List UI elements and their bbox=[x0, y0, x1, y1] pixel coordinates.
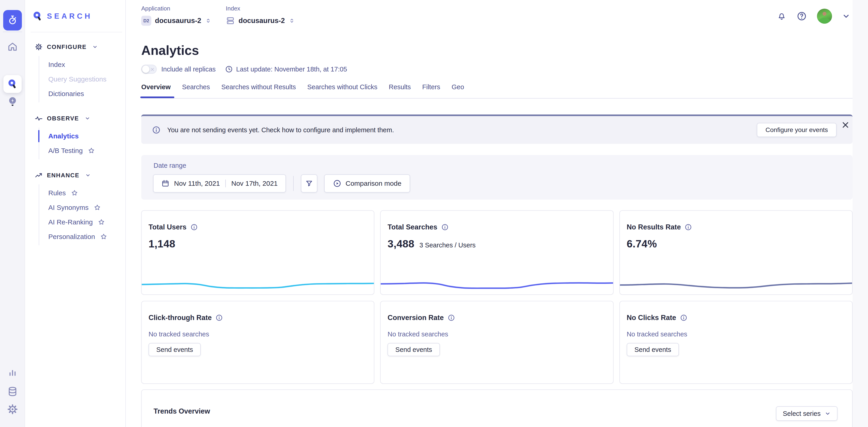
sidebar-item-label: A/B Testing bbox=[48, 147, 83, 155]
chevron-down-icon bbox=[85, 172, 91, 178]
star-icon[interactable] bbox=[98, 219, 105, 226]
page-title: Analytics bbox=[141, 43, 199, 58]
send-events-button[interactable]: Send events bbox=[627, 343, 679, 356]
tab-overview[interactable]: Overview bbox=[141, 83, 170, 98]
configure-events-button[interactable]: Configure your events bbox=[757, 123, 837, 137]
info-icon[interactable] bbox=[190, 223, 198, 231]
trends-title: Trends Overview bbox=[154, 407, 210, 416]
info-icon[interactable] bbox=[215, 314, 223, 322]
date-divider bbox=[225, 179, 226, 187]
search-product-icon[interactable] bbox=[3, 75, 22, 93]
sidebar-item-label: Personalization bbox=[48, 233, 95, 240]
date-range-panel: Date range Nov 11th, 2021 Nov 17th, 2021 bbox=[141, 155, 852, 200]
star-icon[interactable] bbox=[88, 147, 95, 154]
conversion-rate-card: Conversion Rate No tracked searches Send… bbox=[380, 301, 613, 384]
tab-searches-without-results[interactable]: Searches without Results bbox=[221, 83, 296, 98]
sidebar-item-analytics[interactable]: Analytics bbox=[39, 129, 125, 143]
star-icon[interactable] bbox=[100, 233, 107, 240]
sidebar-item-ai-synonyms[interactable]: AI Synonyms bbox=[39, 200, 125, 215]
select-series-label: Select series bbox=[783, 410, 820, 418]
card-subvalue: 3 Searches / Users bbox=[420, 241, 476, 249]
include-replicas-toggle[interactable] bbox=[141, 65, 157, 74]
date-range-button[interactable]: Nov 11th, 2021 Nov 17th, 2021 bbox=[153, 174, 286, 193]
tab-searches[interactable]: Searches bbox=[182, 83, 210, 98]
home-icon[interactable] bbox=[0, 41, 25, 53]
select-series-button[interactable]: Select series bbox=[776, 406, 837, 421]
comparison-mode-button[interactable]: Comparison mode bbox=[324, 174, 410, 193]
info-icon[interactable] bbox=[447, 314, 455, 322]
metrics-row: Click-through Rate No tracked searches S… bbox=[141, 301, 852, 384]
sidebar-item-label: Query Suggestions bbox=[48, 75, 106, 83]
info-icon bbox=[152, 125, 161, 134]
index-select[interactable]: docusaurus-2 bbox=[226, 15, 295, 27]
star-icon[interactable] bbox=[71, 189, 78, 197]
application-badge: D2 bbox=[141, 16, 151, 26]
trend-up-icon bbox=[35, 171, 43, 179]
info-icon[interactable] bbox=[441, 223, 449, 231]
no-tracked-searches-note: No tracked searches bbox=[142, 322, 374, 338]
tabs-divider bbox=[141, 98, 852, 99]
send-events-button[interactable]: Send events bbox=[388, 343, 440, 356]
sidebar-item-query-suggestions[interactable]: Query Suggestions bbox=[39, 72, 125, 87]
info-icon[interactable] bbox=[684, 223, 692, 231]
recommend-bulb-icon[interactable] bbox=[0, 96, 25, 107]
rail-divider bbox=[3, 32, 22, 32]
card-title: Total Searches bbox=[388, 223, 437, 231]
tab-searches-without-clicks[interactable]: Searches without Clicks bbox=[307, 83, 377, 98]
tab-geo[interactable]: Geo bbox=[452, 83, 464, 98]
sidebar-item-ab-testing[interactable]: A/B Testing bbox=[39, 143, 125, 158]
sidebar: SEARCH CONFIGURE Index Que bbox=[25, 0, 126, 427]
help-icon[interactable] bbox=[797, 11, 807, 22]
card-title: No Clicks Rate bbox=[627, 314, 676, 322]
card-value: 3,488 bbox=[388, 238, 414, 250]
stats-row: Total Users 1,148 Total Searches 3,488 3… bbox=[141, 210, 852, 295]
bar-chart-icon[interactable] bbox=[0, 368, 25, 379]
include-replicas-label: Include all replicas bbox=[161, 66, 216, 73]
index-selector: Index docusaurus-2 bbox=[226, 5, 295, 27]
sidebar-group-configure[interactable]: CONFIGURE bbox=[25, 41, 125, 53]
sidebar-item-label: Dictionaries bbox=[48, 90, 84, 98]
search-logo-icon bbox=[32, 11, 43, 22]
send-events-button[interactable]: Send events bbox=[149, 343, 201, 356]
main-content: Application D2 docusaurus-2 Index docusa… bbox=[126, 0, 852, 427]
sort-chevrons-icon bbox=[288, 17, 295, 24]
filter-funnel-button[interactable] bbox=[301, 174, 317, 193]
no-tracked-searches-note: No tracked searches bbox=[620, 322, 852, 338]
bell-icon[interactable] bbox=[777, 11, 786, 21]
sidebar-item-index[interactable]: Index bbox=[39, 57, 125, 72]
sidebar-item-label: AI Re-Ranking bbox=[48, 218, 93, 226]
no-results-rate-card: No Results Rate 6.74% bbox=[619, 210, 852, 295]
no-tracked-searches-note: No tracked searches bbox=[381, 322, 613, 338]
application-selector: Application D2 docusaurus-2 bbox=[141, 5, 212, 27]
tab-filters[interactable]: Filters bbox=[422, 83, 440, 98]
date-end: Nov 17th, 2021 bbox=[231, 179, 278, 187]
search-logo-text: SEARCH bbox=[47, 12, 92, 21]
group-label: CONFIGURE bbox=[47, 43, 87, 51]
events-banner: You are not sending events yet. Check ho… bbox=[141, 114, 852, 144]
sidebar-group-enhance[interactable]: ENHANCE bbox=[25, 169, 125, 181]
card-title: Conversion Rate bbox=[388, 314, 443, 322]
timer-app-icon[interactable] bbox=[3, 10, 22, 31]
banner-message: You are not sending events yet. Check ho… bbox=[167, 126, 394, 134]
sidebar-item-dictionaries[interactable]: Dictionaries bbox=[39, 87, 125, 101]
star-icon[interactable] bbox=[94, 204, 101, 211]
sidebar-item-rules[interactable]: Rules bbox=[39, 186, 125, 200]
sidebar-item-ai-re-ranking[interactable]: AI Re-Ranking bbox=[39, 215, 125, 229]
icon-rail bbox=[0, 0, 25, 427]
sidebar-group-observe[interactable]: OBSERVE bbox=[25, 112, 125, 124]
card-title: Click-through Rate bbox=[149, 314, 212, 322]
account-chevron-down-icon[interactable] bbox=[842, 12, 850, 20]
database-icon[interactable] bbox=[0, 386, 25, 397]
close-icon[interactable] bbox=[841, 121, 850, 129]
card-value: 6.74% bbox=[627, 238, 657, 250]
no-results-rate-sparkline bbox=[619, 276, 852, 293]
application-label: Application bbox=[141, 5, 212, 12]
sidebar-item-label: Index bbox=[48, 61, 65, 68]
gear-icon[interactable] bbox=[0, 403, 25, 415]
sidebar-item-personalization[interactable]: Personalization bbox=[39, 229, 125, 244]
tab-results[interactable]: Results bbox=[389, 83, 411, 98]
avatar[interactable] bbox=[817, 9, 832, 24]
date-range-label: Date range bbox=[154, 162, 841, 169]
application-select[interactable]: D2 docusaurus-2 bbox=[141, 15, 212, 27]
info-icon[interactable] bbox=[680, 314, 688, 322]
